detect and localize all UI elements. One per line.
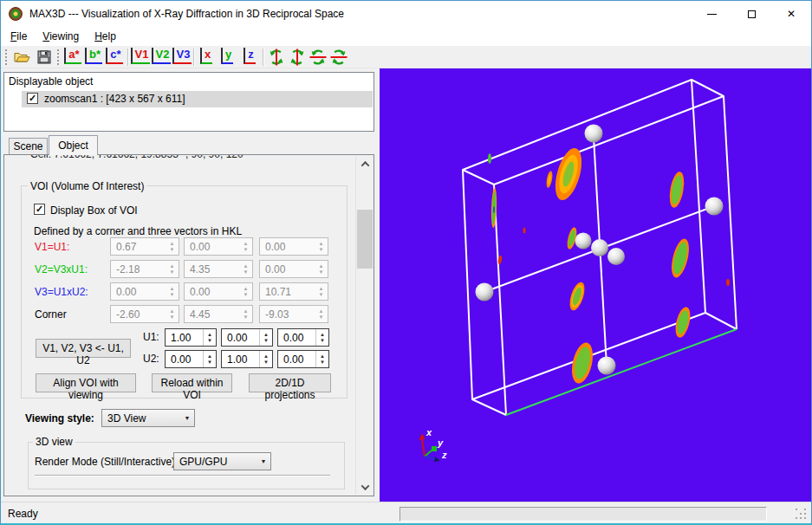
align-voi-button[interactable]: Align VOI with viewing — [36, 373, 136, 392]
save-icon[interactable] — [36, 49, 53, 66]
toolbar-button-z[interactable]: z — [240, 48, 259, 67]
reload-within-voi-button[interactable]: Reload within VOI — [152, 373, 232, 392]
spinbox-v1-h: 0.67▲▼ — [110, 237, 179, 256]
spinbox-u1-k[interactable]: 0.00▲▼ — [221, 328, 273, 347]
toolbar-button-v3[interactable]: V3 — [172, 48, 192, 67]
spin-up-icon: ▲ — [244, 263, 249, 269]
chevron-down-icon: ▼ — [257, 458, 270, 464]
viewing-style-label: Viewing style: — [25, 412, 94, 425]
toolbar-separator — [127, 49, 128, 66]
spin-down-icon: ▼ — [319, 314, 324, 321]
view3d-group-label: 3D view — [33, 436, 75, 448]
viewport-3d[interactable]: x y z — [380, 68, 812, 502]
toolbar-button-v1[interactable]: V1 — [131, 48, 150, 67]
spinbox-v3-k: 0.00▲▼ — [184, 282, 253, 301]
spinbox-v1-k: 0.00▲▼ — [184, 237, 253, 256]
list-item-zoomscan1[interactable]: ✓ zoomscan1 : [423 x 567 x 611] — [22, 91, 373, 107]
spin-down-icon: ▼ — [207, 338, 212, 344]
app-window: MAX3D --- Visualization of X-Ray Diffrac… — [0, 0, 812, 525]
menu-bar: File Viewing Help — [1, 27, 811, 46]
spin-down-icon: ▼ — [244, 247, 249, 253]
panel-scrollbar[interactable] — [355, 156, 373, 495]
chevron-down-icon — [361, 482, 369, 490]
spin-up-icon: ▲ — [170, 286, 175, 292]
close-button[interactable]: ✕ — [771, 1, 811, 27]
spin-up-icon: ▲ — [320, 332, 325, 338]
render-mode-label: Render Mode (Still/Interactive): — [35, 456, 178, 468]
toolbar-button-b-star[interactable]: b* — [84, 48, 103, 67]
toolbar-button-c-star[interactable]: c* — [105, 48, 124, 67]
scroll-down-button[interactable] — [356, 479, 374, 495]
divider — [35, 475, 330, 476]
spin-up-icon: ▲ — [319, 308, 324, 314]
spin-up-icon: ▲ — [319, 241, 324, 247]
minimize-button[interactable] — [692, 1, 731, 27]
projections-button[interactable]: 2D/1D projections — [249, 373, 331, 392]
spin-down-icon: ▼ — [244, 314, 249, 321]
toolbar-button-a-star[interactable]: a* — [63, 48, 82, 67]
spin-up-icon: ▲ — [207, 353, 212, 360]
menu-viewing[interactable]: Viewing — [35, 29, 87, 44]
maximize-button[interactable] — [731, 1, 771, 27]
spinbox-v1-l: 0.00▲▼ — [259, 237, 328, 256]
menu-help[interactable]: Help — [87, 29, 124, 44]
display-box-of-voi-label: Display Box of VOI — [50, 204, 138, 217]
spinbox-corner-k: 4.45▲▼ — [184, 305, 253, 323]
voi-box-green-edge — [506, 329, 737, 415]
toolbar-separator — [193, 49, 194, 66]
spinbox-u2-k[interactable]: 1.00▲▼ — [221, 350, 273, 368]
title-bar: MAX3D --- Visualization of X-Ray Diffrac… — [1, 1, 811, 27]
cell-parameters-text: Cell: 7.61662, 7.61662, 19.8853 °, 90, 9… — [30, 154, 244, 160]
assign-v-from-u-button[interactable]: V1, V2, V3 <- U1, U2 — [36, 339, 131, 358]
v2-row-label: V2=V3xU1: — [35, 263, 88, 275]
progress-bar — [400, 507, 767, 522]
spinbox-v2-l: 0.00▲▼ — [259, 260, 328, 278]
rotate-horizontal-cw-icon[interactable] — [309, 49, 327, 66]
toolbar-button-v2[interactable]: V2 — [152, 48, 171, 67]
zoomscan1-checkbox[interactable]: ✓ — [27, 93, 38, 104]
spin-down-icon: ▼ — [319, 269, 324, 275]
spinbox-u2-l[interactable]: 0.00▲▼ — [277, 350, 329, 368]
spin-up-icon: ▲ — [244, 241, 249, 247]
toolbar-grip[interactable] — [57, 49, 60, 65]
axis-z-label: z — [441, 450, 447, 460]
viewing-style-combobox[interactable]: 3D View ▼ — [101, 409, 195, 427]
display-box-of-voi-checkbox[interactable]: ✓ — [34, 204, 45, 215]
displayable-object-panel: Displayable object ✓ zoomscan1 : [423 x … — [3, 72, 374, 132]
spinbox-v2-k: 4.35▲▼ — [184, 260, 253, 278]
menu-file[interactable]: File — [3, 29, 35, 44]
tab-scene[interactable]: Scene — [9, 138, 48, 154]
spin-down-icon: ▼ — [263, 360, 269, 366]
spin-up-icon: ▲ — [170, 241, 175, 247]
spin-down-icon: ▼ — [319, 292, 324, 298]
toolbar-button-x[interactable]: x — [197, 48, 216, 67]
toolbar-grip[interactable] — [5, 49, 8, 65]
rotate-vertical-cw-icon[interactable] — [268, 49, 285, 66]
spin-down-icon: ▼ — [170, 247, 175, 253]
spinbox-u1-h[interactable]: 1.00▲▼ — [165, 328, 217, 347]
rotate-vertical-ccw-icon[interactable] — [289, 49, 306, 66]
spin-up-icon: ▲ — [263, 332, 269, 338]
rotate-horizontal-ccw-icon[interactable] — [330, 49, 348, 66]
object-settings-panel: Cell: 7.61662, 7.61662, 19.8853 °, 90, 9… — [3, 154, 374, 496]
render-mode-combobox[interactable]: GPU/GPU ▼ — [173, 452, 271, 470]
status-bar: Ready — [1, 502, 811, 524]
minimize-icon — [707, 14, 717, 15]
voi-group-label: VOI (Volume Of Interest) — [28, 180, 146, 192]
spinbox-u2-h[interactable]: 0.00▲▼ — [165, 350, 217, 368]
list-item-label: zoomscan1 : [423 x 567 x 611] — [44, 93, 185, 105]
axis-triad: x y z — [419, 427, 448, 463]
close-icon: ✕ — [787, 8, 796, 20]
scrollbar-thumb[interactable] — [357, 210, 373, 269]
toolbar-button-y[interactable]: y — [218, 48, 237, 67]
window-title: MAX3D --- Visualization of X-Ray Diffrac… — [29, 8, 344, 20]
main-area: Displayable object ✓ zoomscan1 : [423 x … — [1, 68, 811, 502]
spin-down-icon: ▼ — [170, 269, 175, 275]
u2-label: U2: — [143, 353, 159, 365]
scroll-up-button[interactable] — [356, 156, 374, 172]
open-file-icon[interactable] — [13, 49, 30, 66]
spinbox-u1-l[interactable]: 0.00▲▼ — [277, 328, 329, 347]
spin-down-icon: ▼ — [319, 247, 324, 253]
tab-object[interactable]: Object — [49, 135, 98, 155]
resize-grip[interactable] — [796, 509, 797, 510]
